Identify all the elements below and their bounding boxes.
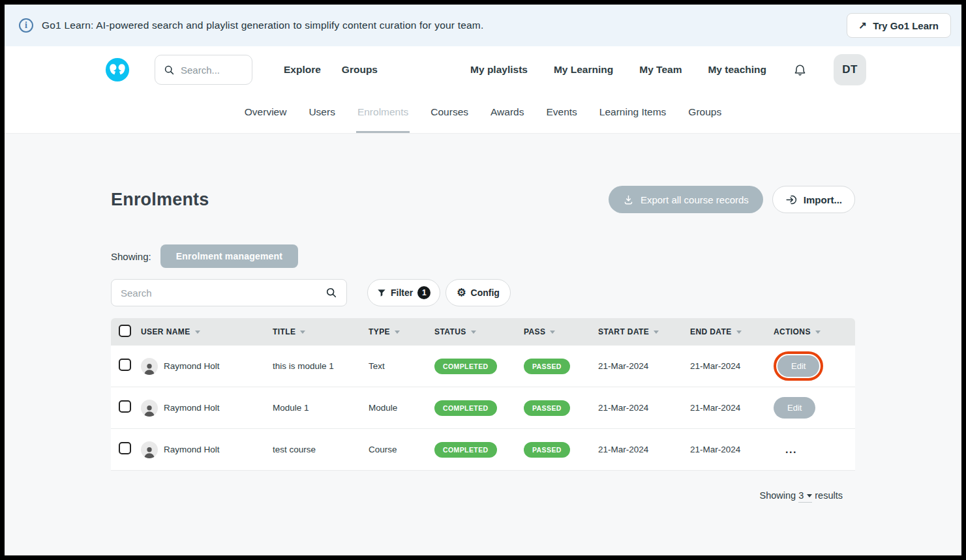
portal-tab-nav: Overview Users Enrolments Courses Awards… xyxy=(5,93,961,134)
column-header-pass[interactable]: PASS xyxy=(524,327,598,336)
header-right-nav: My playlists My Learning My Team My teac… xyxy=(470,54,866,85)
user-name: Raymond Holt xyxy=(164,403,220,413)
edit-button[interactable]: Edit xyxy=(774,397,815,419)
tab-learning-items[interactable]: Learning Items xyxy=(598,93,668,133)
column-header-actions[interactable]: ACTIONS xyxy=(774,327,855,336)
header-left-nav: Explore Groups xyxy=(284,64,378,76)
user-name: Raymond Holt xyxy=(164,361,220,371)
enrolments-table: USER NAME TITLE TYPE STATUS PASS START D… xyxy=(111,318,855,471)
tab-overview[interactable]: Overview xyxy=(243,93,288,133)
table-row: Raymond Holt Module 1 Module COMPLETED P… xyxy=(111,387,855,429)
enrolment-management-chip[interactable]: Enrolment management xyxy=(160,244,298,268)
enrolment-type: Text xyxy=(369,361,434,371)
export-all-course-records-button[interactable]: Export all course records xyxy=(609,186,763,213)
import-button[interactable]: Import... xyxy=(772,186,855,213)
results-count-dropdown[interactable]: 3 xyxy=(798,490,812,503)
table-row: Raymond Holt this is module 1 Text COMPL… xyxy=(111,346,855,387)
nav-my-playlists[interactable]: My playlists xyxy=(470,64,528,76)
export-label: Export all course records xyxy=(641,194,749,205)
enrolment-title: this is module 1 xyxy=(273,361,369,371)
info-icon: i xyxy=(19,18,33,33)
enrolment-type: Course xyxy=(369,445,434,454)
filter-label: Filter xyxy=(391,287,413,298)
row-checkbox[interactable] xyxy=(119,400,131,413)
sort-caret-icon xyxy=(654,331,659,334)
tab-enrolments[interactable]: Enrolments xyxy=(356,93,410,133)
start-date: 21-Mar-2024 xyxy=(598,361,690,371)
user-avatar-icon xyxy=(141,400,158,417)
notifications-button[interactable] xyxy=(792,63,808,78)
showing-prefix: Showing xyxy=(760,490,796,501)
sort-caret-icon xyxy=(195,331,200,334)
status-badge: COMPLETED xyxy=(434,359,497,374)
config-button[interactable]: ⚙ Config xyxy=(445,279,511,306)
start-date: 21-Mar-2024 xyxy=(598,403,690,413)
sort-caret-icon xyxy=(395,331,400,334)
config-label: Config xyxy=(471,287,500,298)
enrolment-title: test course xyxy=(273,445,369,454)
screenshot-frame: i Go1 Learn: AI-powered search and playl… xyxy=(0,0,966,560)
select-all-checkbox[interactable] xyxy=(119,325,131,337)
nav-explore[interactable]: Explore xyxy=(284,64,321,76)
enrolment-type: Module xyxy=(369,403,434,413)
funnel-icon xyxy=(377,288,386,297)
enrolment-title: Module 1 xyxy=(273,403,369,413)
sort-caret-icon xyxy=(815,331,821,334)
pass-badge: PASSED xyxy=(524,359,570,374)
column-header-user-name[interactable]: USER NAME xyxy=(141,327,273,336)
column-header-title[interactable]: TITLE xyxy=(273,327,369,336)
go1-logo[interactable] xyxy=(105,57,130,82)
row-actions-menu-button[interactable]: ... xyxy=(785,448,797,452)
try-go1-learn-button[interactable]: ↗ Try Go1 Learn xyxy=(847,13,951,38)
results-footer: Showing 3 results xyxy=(111,490,855,503)
promo-message: Go1 Learn: AI-powered search and playlis… xyxy=(42,20,483,31)
nav-my-team[interactable]: My Team xyxy=(639,64,682,76)
user-avatar-icon xyxy=(141,358,158,375)
pass-badge: PASSED xyxy=(524,400,570,416)
tab-courses[interactable]: Courses xyxy=(429,93,470,133)
status-badge: COMPLETED xyxy=(434,400,497,416)
tab-users[interactable]: Users xyxy=(307,93,336,133)
table-header-row: USER NAME TITLE TYPE STATUS PASS START D… xyxy=(111,318,855,346)
tab-events[interactable]: Events xyxy=(545,93,578,133)
promo-banner: i Go1 Learn: AI-powered search and playl… xyxy=(5,5,961,46)
column-header-end-date[interactable]: END DATE xyxy=(690,327,774,336)
global-search xyxy=(155,55,252,85)
chevron-down-icon xyxy=(807,494,812,497)
status-badge: COMPLETED xyxy=(434,442,497,458)
user-avatar-icon xyxy=(141,441,158,458)
nav-groups[interactable]: Groups xyxy=(342,64,378,76)
showing-label: Showing: xyxy=(111,251,151,262)
table-row: Raymond Holt test course Course COMPLETE… xyxy=(111,429,855,471)
start-date: 21-Mar-2024 xyxy=(598,445,690,454)
search-icon[interactable] xyxy=(325,287,337,299)
filter-button[interactable]: Filter 1 xyxy=(367,279,440,306)
pass-badge: PASSED xyxy=(524,442,570,458)
table-toolbar: Filter 1 ⚙ Config xyxy=(111,279,855,306)
column-header-status[interactable]: STATUS xyxy=(434,327,524,336)
page-header-actions: Export all course records Import... xyxy=(609,186,855,213)
tab-groups[interactable]: Groups xyxy=(687,93,723,133)
nav-my-teaching[interactable]: My teaching xyxy=(708,64,766,76)
nav-my-learning[interactable]: My Learning xyxy=(554,64,613,76)
external-link-arrow-icon: ↗ xyxy=(859,20,868,31)
edit-button[interactable]: Edit xyxy=(777,355,819,377)
results-count: 3 xyxy=(798,490,804,501)
column-header-type[interactable]: TYPE xyxy=(369,327,434,336)
table-search xyxy=(111,279,347,306)
row-checkbox[interactable] xyxy=(119,442,131,454)
row-checkbox[interactable] xyxy=(119,359,131,371)
global-search-input[interactable] xyxy=(181,65,243,76)
user-name: Raymond Holt xyxy=(164,445,220,454)
tab-awards[interactable]: Awards xyxy=(489,93,525,133)
sort-caret-icon xyxy=(300,331,305,334)
main-header: Explore Groups My playlists My Learning … xyxy=(5,46,961,93)
end-date: 21-Mar-2024 xyxy=(690,403,774,413)
table-search-input[interactable] xyxy=(121,287,325,299)
sort-caret-icon xyxy=(550,331,555,334)
download-icon xyxy=(623,194,634,205)
filter-count-badge: 1 xyxy=(417,286,430,299)
user-avatar[interactable]: DT xyxy=(834,54,866,85)
column-header-start-date[interactable]: START DATE xyxy=(598,327,690,336)
content-area: Enrolments Export all course records xyxy=(5,134,961,555)
